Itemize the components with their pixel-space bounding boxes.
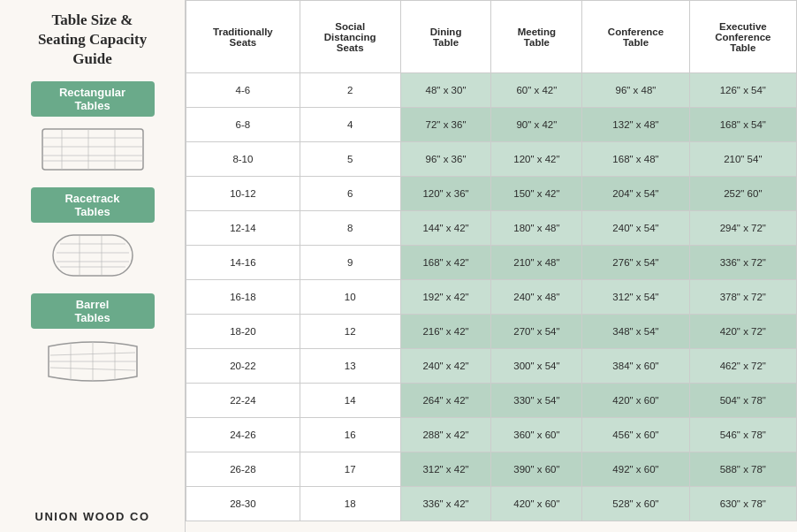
cell-conference: 384" x 60" bbox=[582, 349, 689, 384]
cell-dining: 288" x 42" bbox=[400, 418, 491, 452]
cell-seats: 6-8 bbox=[186, 108, 300, 142]
cell-conference: 240" x 54" bbox=[582, 211, 689, 246]
cell-dining: 216" x 42" bbox=[400, 315, 491, 349]
cell-conference: 276" x 54" bbox=[582, 246, 689, 280]
cell-meeting: 360" x 60" bbox=[491, 418, 582, 452]
header-dining-table: DiningTable bbox=[400, 1, 491, 73]
cell-social: 12 bbox=[300, 315, 400, 349]
sidebar: Table Size &Seating CapacityGuide Rectan… bbox=[0, 0, 186, 532]
cell-dining: 336" x 42" bbox=[400, 487, 491, 521]
table-row: 14-169168" x 42"210" x 48"276" x 54"336"… bbox=[186, 246, 797, 280]
cell-seats: 12-14 bbox=[186, 211, 300, 246]
cell-conference: 348" x 54" bbox=[582, 315, 689, 349]
header-social-distancing-seats: SocialDistancingSeats bbox=[300, 1, 400, 73]
table-row: 4-6248" x 30"60" x 42"96" x 48"126" x 54… bbox=[186, 73, 797, 108]
cell-meeting: 210" x 48" bbox=[491, 246, 582, 280]
rectangular-tables-label: RectangularTables bbox=[31, 81, 155, 117]
cell-meeting: 330" x 54" bbox=[491, 384, 582, 418]
cell-seats: 28-30 bbox=[186, 487, 300, 521]
cell-meeting: 90" x 42" bbox=[491, 108, 582, 142]
cell-social: 8 bbox=[300, 211, 400, 246]
cell-social: 18 bbox=[300, 487, 400, 521]
page-title: Table Size &Seating CapacityGuide bbox=[38, 11, 147, 69]
cell-meeting: 240" x 48" bbox=[491, 280, 582, 315]
cell-exec: 588" x 78" bbox=[689, 452, 796, 487]
cell-social: 17 bbox=[300, 452, 400, 487]
cell-exec: 210" 54" bbox=[689, 142, 796, 177]
cell-social: 14 bbox=[300, 384, 400, 418]
table-row: 24-2616288" x 42"360" x 60"456" x 60"546… bbox=[186, 418, 797, 452]
cell-conference: 204" x 54" bbox=[582, 177, 689, 211]
cell-seats: 14-16 bbox=[186, 246, 300, 280]
cell-exec: 504" x 78" bbox=[689, 384, 796, 418]
cell-conference: 132" x 48" bbox=[582, 108, 689, 142]
table-row: 22-2414264" x 42"330" x 54"420" x 60"504… bbox=[186, 384, 797, 418]
table-row: 18-2012216" x 42"270" x 54"348" x 54"420… bbox=[186, 315, 797, 349]
cell-exec: 336" x 72" bbox=[689, 246, 796, 280]
cell-seats: 18-20 bbox=[186, 315, 300, 349]
cell-social: 5 bbox=[300, 142, 400, 177]
data-table-area: TraditionallySeats SocialDistancingSeats… bbox=[186, 0, 797, 532]
cell-exec: 420" x 72" bbox=[689, 315, 796, 349]
cell-dining: 168" x 42" bbox=[400, 246, 491, 280]
table-row: 6-8472" x 36"90" x 42"132" x 48"168" x 5… bbox=[186, 108, 797, 142]
cell-conference: 492" x 60" bbox=[582, 452, 689, 487]
cell-exec: 378" x 72" bbox=[689, 280, 796, 315]
header-meeting-table: MeetingTable bbox=[491, 1, 582, 73]
cell-exec: 546" x 78" bbox=[689, 418, 796, 452]
racetrack-tables-label: RacetrackTables bbox=[31, 187, 155, 223]
main-container: Table Size &Seating CapacityGuide Rectan… bbox=[0, 0, 797, 532]
cell-social: 9 bbox=[300, 246, 400, 280]
table-row: 16-1810192" x 42"240" x 48"312" x 54"378… bbox=[186, 280, 797, 315]
cell-exec: 168" x 54" bbox=[689, 108, 796, 142]
table-row: 10-126120" x 36"150" x 42"204" x 54"252"… bbox=[186, 177, 797, 211]
cell-dining: 48" x 30" bbox=[400, 73, 491, 108]
table-row: 12-148144" x 42"180" x 48"240" x 54"294"… bbox=[186, 211, 797, 246]
cell-conference: 456" x 60" bbox=[582, 418, 689, 452]
cell-exec: 126" x 54" bbox=[689, 73, 796, 108]
cell-meeting: 150" x 42" bbox=[491, 177, 582, 211]
cell-seats: 16-18 bbox=[186, 280, 300, 315]
cell-meeting: 300" x 54" bbox=[491, 349, 582, 384]
cell-social: 10 bbox=[300, 280, 400, 315]
cell-seats: 10-12 bbox=[186, 177, 300, 211]
svg-rect-8 bbox=[53, 235, 133, 276]
cell-conference: 312" x 54" bbox=[582, 280, 689, 315]
racetrack-table-illustration bbox=[35, 228, 150, 283]
cell-meeting: 120" x 42" bbox=[491, 142, 582, 177]
cell-dining: 96" x 36" bbox=[400, 142, 491, 177]
barrel-tables-label: BarrelTables bbox=[31, 293, 155, 329]
cell-exec: 462" x 72" bbox=[689, 349, 796, 384]
cell-seats: 20-22 bbox=[186, 349, 300, 384]
cell-meeting: 420" x 60" bbox=[491, 487, 582, 521]
cell-seats: 22-24 bbox=[186, 384, 300, 418]
table-header-row: TraditionallySeats SocialDistancingSeats… bbox=[186, 1, 797, 73]
brand-label: UNION WOOD CO bbox=[35, 503, 150, 523]
cell-dining: 144" x 42" bbox=[400, 211, 491, 246]
table-row: 20-2213240" x 42"300" x 54"384" x 60"462… bbox=[186, 349, 797, 384]
cell-conference: 168" x 48" bbox=[582, 142, 689, 177]
cell-dining: 312" x 42" bbox=[400, 452, 491, 487]
cell-social: 6 bbox=[300, 177, 400, 211]
cell-meeting: 60" x 42" bbox=[491, 73, 582, 108]
cell-seats: 24-26 bbox=[186, 418, 300, 452]
header-conference-table: ConferenceTable bbox=[582, 1, 689, 73]
cell-dining: 192" x 42" bbox=[400, 280, 491, 315]
cell-exec: 252" 60" bbox=[689, 177, 796, 211]
cell-meeting: 180" x 48" bbox=[491, 211, 582, 246]
cell-conference: 420" x 60" bbox=[582, 384, 689, 418]
cell-dining: 120" x 36" bbox=[400, 177, 491, 211]
table-row: 26-2817312" x 42"390" x 60"492" x 60"588… bbox=[186, 452, 797, 487]
table-row: 8-10596" x 36"120" x 42"168" x 48"210" 5… bbox=[186, 142, 797, 177]
cell-social: 16 bbox=[300, 418, 400, 452]
cell-meeting: 390" x 60" bbox=[491, 452, 582, 487]
seating-capacity-table: TraditionallySeats SocialDistancingSeats… bbox=[186, 0, 797, 521]
header-traditionally-seats: TraditionallySeats bbox=[186, 1, 300, 73]
cell-social: 4 bbox=[300, 108, 400, 142]
cell-dining: 264" x 42" bbox=[400, 384, 491, 418]
cell-conference: 96" x 48" bbox=[582, 73, 689, 108]
cell-meeting: 270" x 54" bbox=[491, 315, 582, 349]
svg-rect-0 bbox=[42, 129, 143, 170]
cell-dining: 240" x 42" bbox=[400, 349, 491, 384]
barrel-table-illustration bbox=[35, 334, 150, 389]
